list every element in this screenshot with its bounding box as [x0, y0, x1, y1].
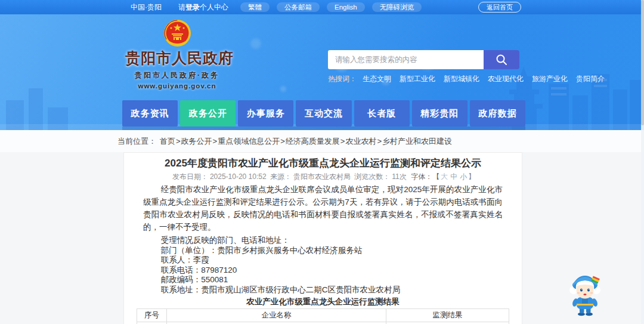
login-bold: 登录 [185, 3, 200, 11]
article-title: 2025年度贵阳市农业产业化市级重点龙头企业运行监测和评定结果公示 [137, 158, 509, 169]
nav-item[interactable]: 办事服务 [238, 100, 293, 126]
table-title: 农业产业化市级重点龙头企业运行监测结果 [137, 297, 509, 307]
search-input[interactable] [328, 50, 484, 69]
article-card: 2025年度贵阳市农业产业化市级重点龙头企业运行监测和评定结果公示 发布日期：2… [123, 152, 522, 324]
site-subtitle: 贵阳市人民政府·政务 [125, 70, 229, 81]
table-header-cell: 监测结果 [386, 309, 509, 322]
hot-search-link[interactable]: 新型城镇化 [444, 74, 479, 84]
search-button[interactable] [484, 50, 519, 69]
breadcrumb: 当前位置： 首页政务公开重点领域信息公开经济高质量发展农业农村乡村产业和农田建设 [0, 130, 644, 152]
nav-item[interactable]: 政务资讯 [122, 100, 178, 126]
table-header-cell: 序号 [137, 309, 167, 322]
breadcrumb-link[interactable]: 农业农村 [340, 136, 377, 147]
contact-details: 受理情况反映的部门、电话和地址：部门（单位）：贵阳市乡村振兴服务中心农村经济服务… [143, 236, 503, 295]
login-suffix: 个人中心 [200, 3, 228, 11]
breadcrumb-link[interactable]: 重点领域信息公开 [212, 136, 280, 147]
source-value: 贵阳市农业农村局 [293, 172, 351, 181]
contact-detail-line: 联系人：李霞 [143, 255, 503, 266]
contact-detail-line: 部门（单位）：贵阳市乡村振兴服务中心农村经济服务站 [143, 246, 503, 256]
hot-search-link[interactable]: 生态文明 [363, 74, 391, 84]
topbar-pill-link[interactable]: 无障碍浏览 [372, 2, 422, 12]
breadcrumb-link[interactable]: 首页 [160, 136, 175, 147]
nav-item[interactable]: 精彩贵阳 [412, 100, 467, 126]
topbar-pill-link[interactable]: 繁體 [240, 2, 270, 12]
table-body: 1 贵州合力超市采购有限公司 合格 2 贵州友禾种业有限公司 合格 3 贵州松果… [137, 322, 509, 324]
monitoring-result-table: 序号企业名称监测结果 1 贵州合力超市采购有限公司 合格 2 贵州友禾种业有限公… [137, 308, 509, 324]
site-logo[interactable]: 贵阳市人民政府 贵阳市人民政府·政务 www.guiyang.gov.cn [125, 19, 229, 90]
table-header-row: 序号企业名称监测结果 [137, 309, 509, 322]
nav-item[interactable]: 互动交流 [296, 100, 351, 126]
topbar-region-link[interactable]: 中国·贵阳 [122, 2, 170, 13]
views-value: 11次 [392, 172, 406, 181]
font-size-options: 大中小 [439, 172, 468, 181]
table-header-cell: 企业名称 [166, 309, 386, 322]
contact-detail-line: 联系电话：87987120 [143, 266, 503, 276]
site-url: www.guiyang.gov.cn [125, 82, 229, 90]
hot-search-row: 热搜词： 生态文明新型工业化新型城镇化农业现代化旅游产业化贵阳简介 [328, 74, 526, 84]
breadcrumb-link[interactable]: 乡村产业和农田建设 [376, 136, 452, 147]
hot-search-link[interactable]: 旅游产业化 [532, 74, 568, 84]
topbar-pill-link[interactable]: 公务邮箱 [277, 2, 320, 12]
mascot[interactable] [566, 270, 603, 316]
search-icon [495, 53, 508, 66]
hot-search-label: 热搜词： [328, 74, 357, 84]
publish-date-value: 2025-10-20 10:52 [210, 172, 267, 181]
article-paragraph: 经贵阳市农业产业化市级重点龙头企业联席会议成员单位审定，现对2025年开展的农业… [143, 183, 503, 233]
main-nav: 政务资讯政务公开办事服务互动交流长者版精彩贵阳政府数据 [122, 100, 525, 126]
row-number: 1 [137, 322, 167, 324]
hot-search-link[interactable]: 贵阳简介 [576, 74, 605, 84]
font-size-close: 】 [468, 172, 475, 181]
topbar-pills: 繁體公务邮箱English无障碍浏览 [237, 3, 425, 12]
breadcrumb-trail: 首页政务公开重点领域信息公开经济高质量发展农业农村乡村产业和农田建设 [160, 136, 452, 147]
scrollbar[interactable] [641, 0, 644, 324]
font-size-option[interactable]: 小 [460, 172, 467, 181]
contact-detail-line: 邮政编码：550081 [143, 275, 503, 285]
breadcrumb-label: 当前位置： [117, 136, 156, 147]
font-size-label: 字体：【 [411, 172, 439, 181]
login-prefix: 请 [178, 3, 185, 11]
source-label: 来源： [270, 172, 292, 181]
nav-item[interactable]: 政务公开 [180, 100, 236, 126]
breadcrumb-link[interactable]: 经济高质量发展 [280, 136, 340, 147]
hot-search-link[interactable]: 农业现代化 [488, 74, 524, 84]
views-label: 浏览次数： [354, 172, 390, 181]
search-area: 热搜词： 生态文明新型工业化新型城镇化农业现代化旅游产业化贵阳简介 [328, 50, 526, 84]
breadcrumb-link[interactable]: 政务公开 [175, 136, 212, 147]
hot-search-links: 生态文明新型工业化新型城镇化农业现代化旅游产业化贵阳简介 [363, 74, 613, 84]
national-emblem-icon [163, 19, 191, 47]
nav-item[interactable]: 政府数据 [470, 100, 525, 126]
bokeh-decoration [250, 38, 261, 49]
nav-bottom-strip [122, 126, 525, 130]
contact-detail-line: 受理情况反映的部门、电话和地址： [143, 236, 503, 246]
font-size-option[interactable]: 中 [450, 172, 457, 181]
back-home-button[interactable]: 返回首页 [478, 2, 521, 13]
company-name: 贵州合力超市采购有限公司 [166, 322, 386, 324]
page: 中国·贵阳 请登录个人中心 繁體公务邮箱English无障碍浏览 返回首页 [0, 0, 644, 324]
nav-item[interactable]: 长者版 [354, 100, 410, 126]
hot-search-link[interactable]: 新型工业化 [400, 74, 435, 84]
table-row: 1 贵州合力超市采购有限公司 合格 [137, 322, 509, 324]
site-title: 贵阳市人民政府 [125, 48, 229, 68]
topbar-login-link[interactable]: 请登录个人中心 [170, 2, 237, 13]
topbar: 中国·贵阳 请登录个人中心 繁體公务邮箱English无障碍浏览 返回首页 [0, 0, 644, 14]
topbar-pill-link[interactable]: English [327, 2, 365, 12]
monitor-result: 合格 [386, 322, 509, 324]
font-size-option[interactable]: 大 [441, 172, 448, 181]
scrollbar-thumb[interactable] [641, 0, 644, 125]
article-meta: 发布日期：2025-10-20 10:52 来源：贵阳市农业农村局 浏览次数：1… [137, 173, 509, 180]
contact-detail-line: 联系地址：贵阳市观山湖区市级行政中心二期C区贵阳市农业农村局 [143, 285, 503, 295]
publish-date-label: 发布日期： [172, 172, 208, 181]
